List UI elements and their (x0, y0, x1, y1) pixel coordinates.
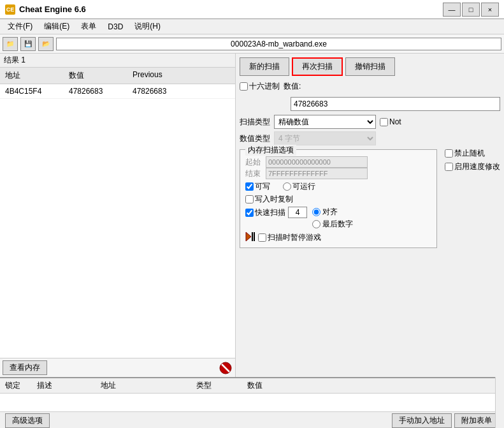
attach-form-button[interactable]: 附加表单 (454, 413, 499, 428)
scan-type-select[interactable]: 精确数值 (274, 115, 376, 129)
menu-edit[interactable]: 编辑(E) (39, 20, 75, 33)
scan-type-row: 扫描类型 精确数值 Not (240, 115, 500, 129)
col-type: 类型 (196, 380, 247, 391)
right-scrollbar[interactable] (495, 377, 504, 428)
quick-scan-row: 快速扫描 (245, 207, 307, 218)
speed-fix-text: 启用速度修改 (454, 161, 500, 172)
col-header-address: 地址 (0, 69, 64, 82)
bottom-panel: 锁定 描述 地址 类型 数值 高级选项 手动加入地址 附加表单 (0, 377, 504, 428)
last-digit-radio-label[interactable]: 最后数字 (312, 219, 353, 230)
menu-file[interactable]: 文件(F) (3, 20, 38, 33)
no-random-label[interactable]: 禁止随机 (445, 148, 500, 159)
col-addr2: 地址 (101, 380, 196, 391)
quick-scan-input[interactable] (288, 207, 307, 218)
not-checkbox[interactable] (380, 118, 388, 126)
speed-fix-label[interactable]: 启用速度修改 (445, 161, 500, 172)
value-field-row: 十六进制 数值: (240, 81, 500, 92)
col-desc: 描述 (37, 380, 101, 391)
load-icon: 📂 (42, 40, 50, 47)
maximize-button[interactable]: □ (462, 3, 480, 17)
save-button[interactable]: 💾 (20, 37, 36, 51)
menu-help[interactable]: 说明(H) (129, 20, 166, 33)
advanced-options-button[interactable]: 高级选项 (5, 413, 50, 428)
new-scan-button[interactable]: 新的扫描 (240, 57, 289, 76)
end-field-row: 结束 (245, 168, 431, 179)
menu-table[interactable]: 表单 (76, 20, 101, 33)
align-label: 对齐 (322, 207, 338, 218)
pause-scan-checkbox[interactable] (258, 233, 266, 242)
speed-fix-checkbox[interactable] (445, 163, 453, 171)
col-header-previous: Previous (127, 69, 204, 82)
results-table-body: 4B4C15F4 47826683 47826683 (0, 84, 235, 358)
right-panel: 新的扫描 再次扫描 撤销扫描 十六进制 数值: 扫描类型 精确数值 Not (236, 54, 504, 377)
align-radio-label[interactable]: 对齐 (312, 207, 353, 218)
copy-on-write-label[interactable]: 写入时复制 (245, 194, 431, 205)
col-val2: 数值 (247, 380, 298, 391)
pause-scan-text: 扫描时暂停游戏 (268, 232, 321, 243)
table-row[interactable]: 4B4C15F4 47826683 47826683 (0, 84, 235, 99)
hex-label: 十六进制 (249, 81, 280, 92)
end-label: 结束 (245, 168, 263, 179)
menu-bar: 文件(F) 编辑(E) 表单 D3D 说明(H) (0, 19, 504, 34)
executable-radio[interactable] (283, 182, 291, 191)
executable-label: 可运行 (292, 181, 315, 192)
load-button[interactable]: 📂 (38, 37, 54, 51)
hex-checkbox[interactable] (240, 82, 248, 91)
svg-marker-2 (246, 232, 251, 241)
extra-options: 禁止随机 启用速度修改 (445, 148, 500, 249)
process-bar: 📁 💾 📂 (0, 34, 504, 54)
value-label: 数值: (284, 81, 301, 92)
menu-d3d[interactable]: D3D (103, 21, 128, 33)
not-label: Not (389, 117, 401, 126)
no-random-text: 禁止随机 (454, 148, 485, 159)
align-radio[interactable] (312, 208, 320, 216)
writable-label: 可写 (255, 181, 270, 192)
bottom-column-headers: 锁定 描述 地址 类型 数值 (0, 378, 504, 394)
start-label: 起始 (245, 157, 263, 168)
not-checkbox-label[interactable]: Not (380, 117, 401, 126)
app-icon: CE (5, 4, 15, 15)
start-field-row: 起始 (245, 156, 431, 168)
save-icon: 💾 (24, 40, 32, 47)
results-label: 结果 1 (0, 54, 235, 68)
bottom-content (0, 394, 504, 411)
minimize-button[interactable]: — (443, 3, 461, 17)
last-digit-radio[interactable] (312, 220, 320, 228)
writable-checkbox-label[interactable]: 可写 (245, 181, 270, 192)
pause-icon (245, 232, 256, 244)
value-type-row: 数值类型 4 字节 (240, 131, 500, 145)
view-memory-button[interactable]: 查看内存 (3, 360, 47, 375)
open-process-button[interactable]: 📁 (3, 37, 18, 51)
col-locked: 锁定 (5, 380, 37, 391)
writable-checkbox[interactable] (245, 182, 254, 191)
value-type-label: 数值类型 (240, 133, 270, 144)
stop-icon (219, 361, 233, 375)
alignment-group: 对齐 最后数字 (312, 207, 353, 230)
hex-checkbox-label[interactable]: 十六进制 (240, 81, 280, 92)
folder-icon: 📁 (6, 40, 14, 47)
add-address-button[interactable]: 手动加入地址 (392, 413, 452, 428)
copy-on-write-checkbox[interactable] (245, 195, 254, 203)
col-header-value: 数值 (64, 69, 127, 82)
re-scan-button[interactable]: 再次扫描 (292, 57, 343, 76)
cell-address: 4B4C15F4 (0, 85, 64, 97)
cell-value: 47826683 (64, 85, 127, 97)
title-bar: CE Cheat Engine 6.6 — □ × (0, 0, 504, 19)
value-type-select: 4 字节 (274, 131, 376, 145)
pause-scan-label[interactable]: 扫描时暂停游戏 (258, 232, 321, 243)
memory-options-title: 内存扫描选项 (245, 145, 296, 156)
process-input[interactable] (56, 38, 501, 50)
close-button[interactable]: × (481, 3, 499, 17)
cell-previous: 47826683 (127, 85, 204, 97)
executable-checkbox-label[interactable]: 可运行 (283, 181, 315, 192)
left-bottom-bar: 查看内存 (0, 358, 235, 377)
no-random-checkbox[interactable] (445, 149, 453, 158)
start-input (266, 156, 368, 168)
value-input[interactable] (291, 97, 500, 111)
app-title: Cheat Engine 6.6 (19, 4, 86, 14)
quick-scan-checkbox[interactable] (245, 209, 254, 217)
cancel-scan-button[interactable]: 撤销扫描 (345, 57, 395, 76)
options-area: 内存扫描选项 起始 结束 (240, 148, 500, 249)
quick-scan-checkbox-label[interactable]: 快速扫描 (245, 207, 285, 218)
memory-options-group: 内存扫描选项 起始 结束 (240, 149, 437, 248)
